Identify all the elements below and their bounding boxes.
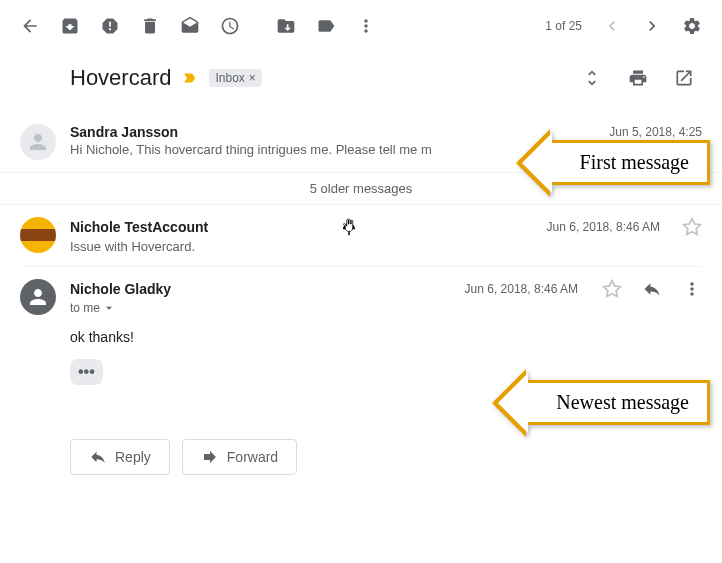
annotation-first-text: First message bbox=[580, 151, 689, 173]
star-icon[interactable] bbox=[682, 217, 702, 237]
forward-button-label: Forward bbox=[227, 449, 278, 465]
star-icon[interactable] bbox=[602, 279, 622, 299]
next-icon[interactable] bbox=[634, 8, 670, 44]
annotation-newest: Newest message bbox=[523, 380, 710, 425]
prev-icon[interactable] bbox=[594, 8, 630, 44]
timestamp: Jun 6, 2018, 8:46 AM bbox=[547, 220, 660, 234]
expand-all-icon[interactable] bbox=[574, 60, 610, 96]
archive-icon[interactable] bbox=[52, 8, 88, 44]
more-icon[interactable] bbox=[348, 8, 384, 44]
action-buttons: Reply Forward bbox=[0, 427, 722, 487]
message-collapsed-second[interactable]: Nichole TestAccount Jun 6, 2018, 8:46 AM… bbox=[0, 205, 722, 266]
labels-icon[interactable] bbox=[308, 8, 344, 44]
mark-unread-icon[interactable] bbox=[172, 8, 208, 44]
annotation-newest-text: Newest message bbox=[556, 391, 689, 413]
message-body: ok thanks! bbox=[70, 329, 702, 345]
reply-button-label: Reply bbox=[115, 449, 151, 465]
important-icon[interactable] bbox=[181, 69, 199, 87]
message-expanded: Nichole Gladky Jun 6, 2018, 8:46 AM to m… bbox=[0, 267, 722, 397]
delete-icon[interactable] bbox=[132, 8, 168, 44]
reply-icon bbox=[89, 448, 107, 466]
page-count: 1 of 25 bbox=[545, 19, 582, 33]
spam-icon[interactable] bbox=[92, 8, 128, 44]
sender-name: Sandra Jansson bbox=[70, 124, 178, 140]
show-trimmed-icon[interactable]: ••• bbox=[70, 359, 103, 385]
message-more-icon[interactable] bbox=[682, 279, 702, 299]
to-text: to me bbox=[70, 301, 100, 315]
message-snippet: Issue with Hovercard. bbox=[70, 239, 470, 254]
message-snippet: Hi Nichole, This hovercard thing intrigu… bbox=[70, 142, 470, 157]
forward-icon bbox=[201, 448, 219, 466]
label-remove-icon[interactable]: × bbox=[249, 71, 256, 85]
back-icon[interactable] bbox=[12, 8, 48, 44]
print-icon[interactable] bbox=[620, 60, 656, 96]
label-chip-text: Inbox bbox=[215, 71, 244, 85]
timestamp: Jun 5, 2018, 4:25 bbox=[609, 125, 702, 139]
toolbar: 1 of 25 bbox=[0, 0, 722, 52]
older-messages-text: 5 older messages bbox=[310, 181, 413, 196]
sender-name: Nichole TestAccount bbox=[70, 219, 208, 235]
avatar bbox=[20, 217, 56, 253]
timestamp: Jun 6, 2018, 8:46 AM bbox=[465, 282, 578, 296]
to-line[interactable]: to me bbox=[70, 301, 702, 315]
snooze-icon[interactable] bbox=[212, 8, 248, 44]
avatar bbox=[20, 124, 56, 160]
avatar bbox=[20, 279, 56, 315]
settings-icon[interactable] bbox=[674, 8, 710, 44]
subject-row: Hovercard Inbox × bbox=[0, 52, 722, 112]
sender-name: Nichole Gladky bbox=[70, 281, 171, 297]
reply-button[interactable]: Reply bbox=[70, 439, 170, 475]
forward-button[interactable]: Forward bbox=[182, 439, 297, 475]
annotation-first: First message bbox=[547, 140, 710, 185]
chevron-down-icon bbox=[102, 301, 116, 315]
reply-icon[interactable] bbox=[642, 279, 662, 299]
subject-text: Hovercard bbox=[70, 65, 171, 91]
open-new-window-icon[interactable] bbox=[666, 60, 702, 96]
move-to-icon[interactable] bbox=[268, 8, 304, 44]
label-chip[interactable]: Inbox × bbox=[209, 69, 261, 87]
